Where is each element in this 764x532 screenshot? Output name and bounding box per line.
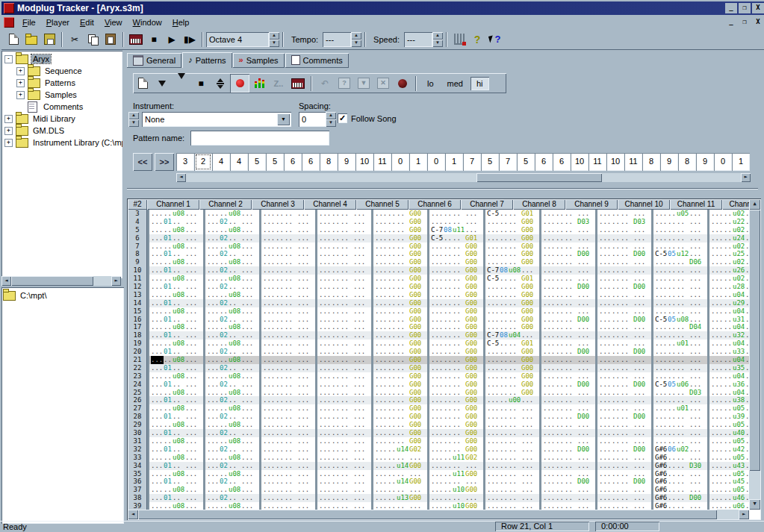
pattern-cell[interactable]: C-5....G01 (427, 234, 483, 242)
tab-comments[interactable]: Comments (285, 53, 349, 68)
channel-header[interactable]: Channel 11 (670, 199, 722, 210)
pattern-cell[interactable]: ...02..... (203, 331, 259, 339)
pattern-cell[interactable]: .....u05... (707, 454, 750, 462)
pattern-cell[interactable]: .....u05... (707, 437, 750, 445)
play-from-row-button[interactable] (172, 74, 191, 93)
pattern-cell[interactable]: .......G00 (371, 389, 427, 397)
zoom-button[interactable]: Z.. (269, 74, 288, 93)
follow-song-option[interactable]: ✓ Follow Song (338, 113, 397, 123)
pattern-cell[interactable]: .......... (483, 462, 539, 470)
pattern-cell[interactable]: .......... (595, 323, 651, 331)
pattern-cell[interactable]: .......... (315, 494, 371, 502)
pattern-cell[interactable]: ...02..... (203, 364, 259, 372)
pattern-cell[interactable]: .......... (595, 226, 651, 234)
pattern-cell[interactable]: .......... (595, 486, 651, 494)
pattern-cell[interactable]: .......... (539, 242, 595, 251)
pattern-cell[interactable]: C-505u08... (651, 316, 707, 324)
midi-keyboard-button[interactable] (127, 31, 145, 48)
pattern-piano-button[interactable] (288, 74, 308, 93)
follow-song-checkbox[interactable]: ✓ (338, 113, 347, 123)
pattern-cell[interactable]: .......G00 (371, 210, 427, 218)
pattern-cell[interactable]: .......G00 (371, 323, 427, 331)
pattern-cell[interactable]: .......... (483, 404, 539, 413)
pattern-cell[interactable]: .....u08... (147, 437, 203, 445)
pattern-cell[interactable]: .......... (595, 234, 651, 242)
pattern-cell[interactable]: .......... (483, 437, 539, 445)
pattern-cell[interactable]: .......... (539, 356, 595, 364)
pattern-cell[interactable]: .......G00 (427, 242, 483, 251)
pattern-cell[interactable]: .....u08... (147, 454, 203, 462)
pattern-cell[interactable]: .....u05... (707, 470, 750, 478)
pattern-cell[interactable]: .......G00 (371, 331, 427, 339)
pattern-cell[interactable]: .....u10G00 (427, 502, 483, 510)
pattern-cell[interactable]: C-505u12... (651, 250, 707, 258)
pattern-cell[interactable]: .......D00 (539, 478, 595, 486)
pattern-cell[interactable]: .......... (595, 372, 651, 381)
pattern-cell[interactable]: .......G00 (483, 250, 539, 258)
pattern-cell[interactable]: ...02..... (203, 250, 259, 258)
pattern-cell[interactable]: .......... (651, 364, 707, 372)
pattern-cell[interactable]: .......... (259, 291, 315, 299)
channel-header[interactable]: Channel 10 (618, 199, 670, 210)
pattern-cell[interactable]: .......G00 (371, 437, 427, 445)
pattern-cell[interactable]: .......G00 (371, 266, 427, 275)
order-cell[interactable]: 10 (355, 153, 373, 171)
pattern-cell[interactable]: .....u14G00 (371, 462, 427, 470)
pattern-cell[interactable]: .....u08... (203, 437, 259, 445)
pattern-cell[interactable]: .......D03 (651, 389, 707, 397)
pattern-cell[interactable]: .......G00 (371, 339, 427, 348)
pattern-cell[interactable]: .......G00 (427, 437, 483, 445)
pattern-cell[interactable]: .......... (483, 429, 539, 437)
pattern-cell[interactable]: .......G00 (427, 266, 483, 275)
pattern-cell[interactable]: .......... (595, 454, 651, 462)
pattern-cell[interactable]: ...01..... (147, 299, 203, 307)
pattern-cell[interactable]: .......... (539, 234, 595, 242)
pattern-cell[interactable]: ...01..... (147, 218, 203, 226)
pattern-cell[interactable]: .......D00 (539, 283, 595, 291)
pattern-cell[interactable]: ...01..... (147, 331, 203, 339)
pattern-cell[interactable]: .......... (315, 429, 371, 437)
pattern-cell[interactable]: .......... (651, 307, 707, 316)
vu-meters-button[interactable] (249, 74, 269, 93)
channel-header[interactable]: Channel 4 (304, 199, 356, 210)
pattern-cell[interactable]: .......... (315, 364, 371, 372)
pattern-cell[interactable]: .......D03 (539, 218, 595, 226)
pattern-cell[interactable]: .......... (259, 454, 315, 462)
pattern-grid[interactable]: #2Channel 1Channel 2Channel 3Channel 4Ch… (128, 199, 750, 510)
pattern-cell[interactable]: .......... (259, 339, 315, 348)
pattern-cell[interactable]: .......... (539, 470, 595, 478)
pattern-cell[interactable]: .....u38... (707, 396, 750, 404)
pattern-cell[interactable]: ...02..... (203, 299, 259, 307)
new-button[interactable] (4, 31, 22, 48)
pattern-cell[interactable]: .....u00... (483, 396, 539, 404)
scroll-right-icon[interactable]: ► (741, 173, 751, 182)
paste-button[interactable] (102, 31, 119, 48)
pattern-cell[interactable]: C-708u04... (483, 331, 539, 339)
copy-button[interactable] (84, 31, 102, 48)
tab-samples[interactable]: »Samples (233, 53, 285, 68)
pattern-cell[interactable]: ...01..... (147, 381, 203, 389)
pattern-cell[interactable]: .......G00 (427, 404, 483, 413)
pattern-cell[interactable]: .....u08... (147, 502, 203, 510)
pattern-cell[interactable]: .......G00 (427, 339, 483, 348)
menu-item-help[interactable]: Help (167, 16, 195, 28)
channel-header[interactable]: Channel 8 (513, 199, 565, 210)
pattern-cell[interactable]: .......... (259, 323, 315, 331)
pattern-cell[interactable]: .......G00 (483, 226, 539, 234)
pattern-cell[interactable]: .......G00 (427, 372, 483, 381)
pattern-cell[interactable]: .....u04... (707, 339, 750, 348)
pattern-hscroll-thumb[interactable] (138, 510, 717, 519)
pattern-cell[interactable]: .....u06... (707, 502, 750, 510)
instrument-spinner[interactable]: ▲▼ (128, 112, 139, 127)
spacing-field[interactable]: 0 (299, 112, 329, 127)
detail-med-button[interactable]: med (441, 77, 469, 90)
pattern-cell[interactable]: .......... (427, 478, 483, 486)
pattern-cell[interactable]: .......... (315, 258, 371, 266)
pattern-cell[interactable]: .....u08... (147, 291, 203, 299)
pattern-cell[interactable]: .......... (259, 372, 315, 381)
pattern-cell[interactable]: .......... (259, 462, 315, 470)
pattern-cell[interactable]: .......... (371, 486, 427, 494)
tree-item-samples[interactable]: +Samples (3, 89, 122, 101)
pattern-cell[interactable]: .......D03 (595, 218, 651, 226)
pattern-cell[interactable]: .......... (315, 356, 371, 364)
